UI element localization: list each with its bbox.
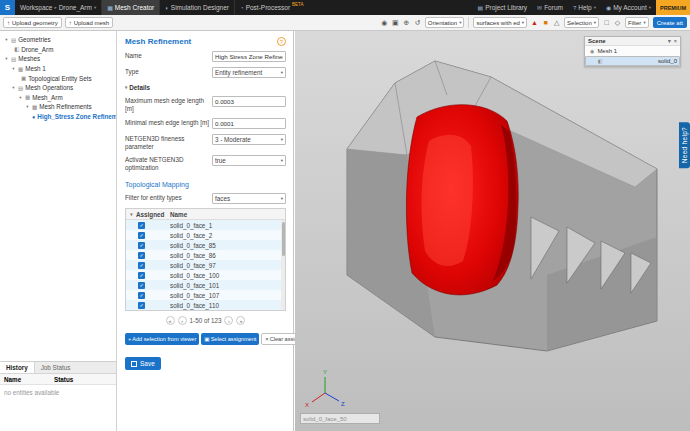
drone-arm-model[interactable]: Y X Z (295, 31, 690, 431)
prev-page-icon[interactable]: ‹ (178, 316, 187, 325)
caret-icon[interactable]: ▾ (11, 85, 16, 90)
caret-icon[interactable]: ▾ (4, 56, 9, 61)
history-tabs: History Job Status (0, 362, 116, 374)
tree-label: Mesh Operations (25, 84, 73, 91)
table-row[interactable]: ✓ solid_0_face_97 (126, 260, 285, 270)
screenshot-icon[interactable]: ◉ (379, 17, 390, 28)
axes-triad: Y X Z (305, 369, 345, 408)
table-row[interactable]: ✓ solid_0_face_101 (126, 280, 285, 290)
checkbox-checked[interactable]: ✓ (138, 232, 145, 239)
select-edges-icon[interactable]: △ (551, 17, 562, 28)
entity-filter-label: Filter for entity types (125, 193, 211, 202)
viewport-3d[interactable]: Y X Z Scene ▾ × ◉ Mesh 1 ◧ solid_0 (295, 31, 690, 431)
tree-item-mesh-arm[interactable]: ▾ ▦ Mesh_Arm (0, 93, 116, 103)
tree-item-meshes[interactable]: ▾ ▤ Meshes (0, 54, 116, 64)
select-volumes-icon[interactable]: ■ (540, 17, 551, 28)
collapse-icon[interactable]: ▾ (668, 38, 671, 44)
lasso-select-icon[interactable]: ◇ (612, 17, 623, 28)
checkbox-checked[interactable]: ✓ (138, 272, 145, 279)
table-row[interactable]: ✓ solid_0_face_110 (126, 300, 285, 310)
checkbox-checked[interactable]: ✓ (138, 302, 145, 309)
checkbox-checked[interactable]: ✓ (138, 262, 145, 269)
select-faces-icon[interactable]: ▲ (529, 17, 540, 28)
tab-post-processor[interactable]: ◔ Post-Processor BETA (234, 0, 308, 15)
table-row[interactable]: ✓ solid_0_face_85 (126, 240, 285, 250)
reset-view-icon[interactable]: ↺ (412, 17, 423, 28)
column-status: Status (52, 376, 73, 383)
selected-face-input[interactable] (300, 413, 380, 424)
table-scrollbar[interactable] (281, 220, 285, 310)
optimization-select[interactable]: true ▾ (212, 155, 286, 166)
project-library-link[interactable]: ▤ Project Library (473, 0, 533, 15)
caret-icon[interactable]: ▾ (129, 212, 134, 217)
table-row[interactable]: ✓ solid_0_face_2 (126, 230, 285, 240)
min-edge-length-label: Minimal mesh edge length [m] (125, 118, 211, 127)
help-menu[interactable]: ? Help ▾ (568, 0, 601, 15)
table-row[interactable]: ✓ solid_0_face_1 (126, 220, 285, 230)
my-account-menu[interactable]: ◉ My Account ▾ (601, 0, 656, 15)
caret-icon[interactable]: ▾ (18, 95, 23, 100)
chevron-right-icon: ▸ (54, 5, 56, 10)
eye-icon[interactable]: ◉ (590, 48, 594, 54)
save-button[interactable]: Save (125, 357, 161, 370)
scene-item-solid-0[interactable]: ◧ solid_0 (585, 56, 680, 66)
add-selection-button[interactable]: + Add selection from viewer (125, 333, 199, 345)
zoom-icon[interactable]: ⊕ (401, 17, 412, 28)
next-page-icon[interactable]: › (224, 316, 233, 325)
mesh-icon: ▦ (25, 94, 30, 100)
workspace-menu[interactable]: Workspace ▸ Drone_Arm ▾ (15, 0, 101, 15)
tab-job-status[interactable]: Job Status (35, 362, 77, 373)
checkbox-checked[interactable]: ✓ (138, 222, 145, 229)
checkbox-checked[interactable]: ✓ (138, 252, 145, 259)
button-label: Add selection from viewer (132, 336, 196, 342)
name-input[interactable] (212, 51, 286, 62)
fineness-select[interactable]: 3 - Moderate ▾ (212, 134, 286, 145)
select-value: faces (215, 195, 230, 202)
first-page-icon[interactable]: « (166, 316, 175, 325)
checkbox-checked[interactable]: ✓ (138, 282, 145, 289)
checkbox-checked[interactable]: ✓ (138, 292, 145, 299)
selection-dropdown[interactable]: Selection ▾ (564, 17, 599, 28)
filter-dropdown[interactable]: Filter ▾ (625, 17, 649, 28)
app-logo[interactable]: S (0, 0, 15, 15)
tree-item-high-stress-zone-refinement[interactable]: ● High_Stress Zone Refinement (0, 112, 116, 122)
highlighted-faces[interactable] (406, 105, 518, 295)
panel-help-icon[interactable]: ? (277, 37, 286, 46)
tab-mesh-creator[interactable]: ▦ Mesh Creator (101, 0, 159, 15)
table-row[interactable]: ✓ solid_0_face_100 (126, 270, 285, 280)
scene-item-mesh-1[interactable]: ◉ Mesh 1 (585, 46, 680, 56)
tree-item-mesh-refinements[interactable]: ▾ ▩ Mesh Refinements (0, 102, 116, 112)
max-edge-length-input[interactable] (212, 96, 286, 107)
orientation-dropdown[interactable]: Orientation ▾ (425, 17, 465, 28)
need-help-button[interactable]: Need help? (679, 122, 690, 168)
box-select-icon[interactable]: □ (601, 17, 612, 28)
tab-history[interactable]: History (0, 362, 35, 373)
details-toggle[interactable]: ▾ Details (125, 84, 286, 91)
last-page-icon[interactable]: » (236, 316, 245, 325)
caret-icon[interactable]: ▾ (4, 37, 9, 42)
tree-item-geometries[interactable]: ▾ ▤ Geometries (0, 35, 116, 45)
type-select[interactable]: Entity refinement ▾ (212, 67, 286, 78)
chevron-down-icon: ▾ (281, 70, 283, 75)
tree-item-topological-entity-sets[interactable]: ▣ Topological Entity Sets (0, 73, 116, 83)
tab-simulation-designer[interactable]: ◐ Simulation Designer (159, 0, 234, 15)
table-row[interactable]: ✓ solid_0_face_86 (126, 250, 285, 260)
select-assignment-button[interactable]: ▣ Select assignment (201, 333, 259, 345)
forum-link[interactable]: ✉ Forum (532, 0, 568, 15)
set-icon: ▣ (21, 75, 26, 81)
tree-item-drone-arm[interactable]: ◧ Drone_Arm (0, 45, 116, 55)
close-icon[interactable]: × (674, 38, 677, 44)
upload-mesh-button[interactable]: ↑ Upload mesh (65, 17, 113, 28)
tree-item-mesh-operations[interactable]: ▾ ▤ Mesh Operations (0, 83, 116, 93)
fit-view-icon[interactable]: ▣ (390, 17, 401, 28)
caret-icon[interactable]: ▾ (11, 66, 16, 71)
create-set-button[interactable]: Create att (653, 17, 687, 28)
upload-geometry-button[interactable]: ↑ Upload geometry (3, 17, 62, 28)
tree-item-mesh-1[interactable]: ▾ ▦ Mesh 1 (0, 64, 116, 74)
checkbox-checked[interactable]: ✓ (138, 242, 145, 249)
min-edge-length-input[interactable] (212, 118, 286, 129)
caret-icon[interactable]: ▾ (25, 104, 30, 109)
display-mode-dropdown[interactable]: surfaces with ed ▾ (473, 17, 527, 28)
table-row[interactable]: ✓ solid_0_face_107 (126, 290, 285, 300)
entity-filter-select[interactable]: faces ▾ (212, 193, 286, 204)
